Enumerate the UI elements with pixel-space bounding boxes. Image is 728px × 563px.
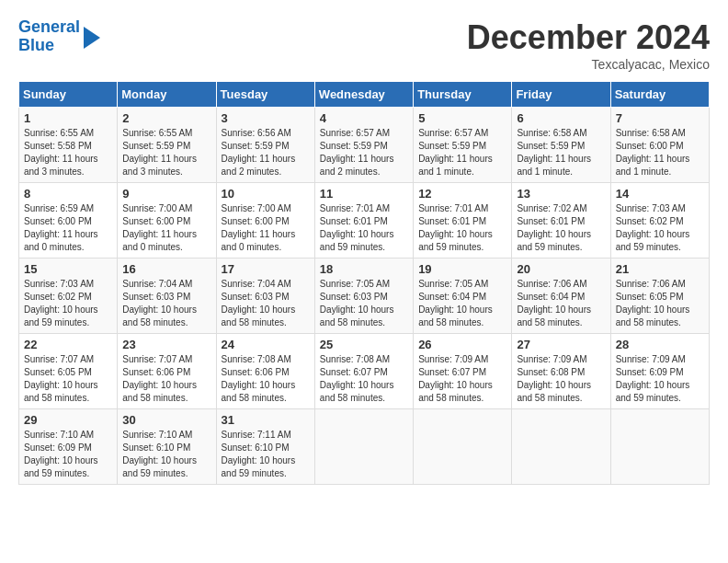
- week-row-4: 22 Sunrise: 7:07 AM Sunset: 6:05 PM Dayl…: [19, 334, 710, 409]
- cell-info: Sunrise: 7:01 AM Sunset: 6:01 PM Dayligh…: [320, 203, 394, 252]
- calendar-cell: 18 Sunrise: 7:05 AM Sunset: 6:03 PM Dayl…: [314, 259, 413, 334]
- day-number: 8: [24, 187, 112, 201]
- header-monday: Monday: [118, 82, 216, 108]
- title-block: December 2024 Texcalyacac, Mexico: [467, 18, 710, 72]
- cell-info: Sunrise: 7:01 AM Sunset: 6:01 PM Dayligh…: [418, 203, 493, 252]
- calendar-cell: 2 Sunrise: 6:55 AM Sunset: 5:59 PM Dayli…: [118, 108, 216, 183]
- calendar-cell: 5 Sunrise: 6:57 AM Sunset: 5:59 PM Dayli…: [414, 108, 512, 183]
- calendar-cell: 3 Sunrise: 6:56 AM Sunset: 5:59 PM Dayli…: [216, 108, 314, 183]
- day-number: 19: [418, 262, 506, 276]
- day-number: 26: [418, 338, 506, 351]
- cell-info: Sunrise: 7:05 AM Sunset: 6:03 PM Dayligh…: [320, 279, 394, 327]
- day-number: 11: [320, 187, 408, 201]
- calendar-cell: 13 Sunrise: 7:02 AM Sunset: 6:01 PM Dayl…: [512, 183, 610, 259]
- cell-info: Sunrise: 7:07 AM Sunset: 6:05 PM Dayligh…: [24, 354, 98, 403]
- logo-name: General Blue: [18, 18, 80, 55]
- calendar-table: Sunday Monday Tuesday Wednesday Thursday…: [18, 81, 710, 485]
- cell-info: Sunrise: 7:07 AM Sunset: 6:06 PM Dayligh…: [122, 354, 197, 403]
- calendar-cell: 8 Sunrise: 6:59 AM Sunset: 6:00 PM Dayli…: [19, 183, 118, 259]
- header-saturday: Saturday: [610, 82, 709, 108]
- day-number: 18: [320, 262, 408, 276]
- calendar-cell: [314, 409, 413, 485]
- page-header: General Blue December 2024 Texcalyacac, …: [18, 18, 710, 72]
- calendar-cell: 4 Sunrise: 6:57 AM Sunset: 5:59 PM Dayli…: [314, 108, 413, 183]
- day-number: 10: [222, 187, 310, 201]
- cell-info: Sunrise: 7:09 AM Sunset: 6:08 PM Dayligh…: [517, 354, 591, 403]
- calendar-cell: 22 Sunrise: 7:07 AM Sunset: 6:05 PM Dayl…: [19, 334, 118, 409]
- week-row-5: 29 Sunrise: 7:10 AM Sunset: 6:09 PM Dayl…: [19, 409, 710, 485]
- calendar-cell: 10 Sunrise: 7:00 AM Sunset: 6:00 PM Dayl…: [216, 183, 314, 259]
- cell-info: Sunrise: 6:55 AM Sunset: 5:59 PM Dayligh…: [122, 128, 197, 177]
- day-number: 7: [616, 111, 704, 125]
- calendar-cell: [414, 409, 512, 485]
- logo-arrow-icon: [84, 27, 100, 49]
- day-number: 14: [616, 187, 704, 201]
- day-number: 6: [517, 111, 605, 125]
- cell-info: Sunrise: 7:10 AM Sunset: 6:10 PM Dayligh…: [122, 430, 197, 478]
- calendar-cell: 25 Sunrise: 7:08 AM Sunset: 6:07 PM Dayl…: [314, 334, 413, 409]
- day-number: 3: [222, 111, 310, 125]
- location: Texcalyacac, Mexico: [467, 57, 710, 72]
- week-row-3: 15 Sunrise: 7:03 AM Sunset: 6:02 PM Dayl…: [19, 259, 710, 334]
- day-number: 31: [222, 413, 310, 427]
- cell-info: Sunrise: 7:06 AM Sunset: 6:05 PM Dayligh…: [616, 279, 690, 327]
- day-number: 13: [517, 187, 605, 201]
- cell-info: Sunrise: 7:03 AM Sunset: 6:02 PM Dayligh…: [616, 203, 690, 252]
- logo: General Blue: [18, 18, 100, 55]
- calendar-cell: 29 Sunrise: 7:10 AM Sunset: 6:09 PM Dayl…: [19, 409, 118, 485]
- cell-info: Sunrise: 7:09 AM Sunset: 6:07 PM Dayligh…: [418, 354, 493, 403]
- cell-info: Sunrise: 6:57 AM Sunset: 5:59 PM Dayligh…: [320, 128, 394, 177]
- day-number: 2: [122, 111, 210, 125]
- cell-info: Sunrise: 7:08 AM Sunset: 6:06 PM Dayligh…: [222, 354, 296, 403]
- header-thursday: Thursday: [414, 82, 512, 108]
- cell-info: Sunrise: 7:02 AM Sunset: 6:01 PM Dayligh…: [517, 203, 591, 252]
- header-wednesday: Wednesday: [314, 82, 413, 108]
- calendar-cell: 6 Sunrise: 6:58 AM Sunset: 5:59 PM Dayli…: [512, 108, 610, 183]
- day-number: 1: [24, 111, 112, 125]
- cell-info: Sunrise: 6:57 AM Sunset: 5:59 PM Dayligh…: [418, 128, 493, 177]
- calendar-cell: 21 Sunrise: 7:06 AM Sunset: 6:05 PM Dayl…: [610, 259, 709, 334]
- cell-info: Sunrise: 7:00 AM Sunset: 6:00 PM Dayligh…: [222, 203, 296, 252]
- day-number: 30: [122, 413, 210, 427]
- header-friday: Friday: [512, 82, 610, 108]
- calendar-cell: 26 Sunrise: 7:09 AM Sunset: 6:07 PM Dayl…: [414, 334, 512, 409]
- day-number: 17: [222, 262, 310, 276]
- calendar-cell: [512, 409, 610, 485]
- cell-info: Sunrise: 7:11 AM Sunset: 6:10 PM Dayligh…: [222, 430, 296, 478]
- cell-info: Sunrise: 7:09 AM Sunset: 6:09 PM Dayligh…: [616, 354, 690, 403]
- day-number: 23: [122, 338, 210, 351]
- calendar-cell: 14 Sunrise: 7:03 AM Sunset: 6:02 PM Dayl…: [610, 183, 709, 259]
- calendar-cell: 7 Sunrise: 6:58 AM Sunset: 6:00 PM Dayli…: [610, 108, 709, 183]
- cell-info: Sunrise: 7:00 AM Sunset: 6:00 PM Dayligh…: [122, 203, 197, 252]
- day-number: 20: [517, 262, 605, 276]
- calendar-cell: 16 Sunrise: 7:04 AM Sunset: 6:03 PM Dayl…: [118, 259, 216, 334]
- days-header-row: Sunday Monday Tuesday Wednesday Thursday…: [19, 82, 710, 108]
- month-title: December 2024: [467, 18, 710, 57]
- cell-info: Sunrise: 6:58 AM Sunset: 6:00 PM Dayligh…: [616, 128, 690, 177]
- day-number: 22: [24, 338, 112, 351]
- calendar-cell: 23 Sunrise: 7:07 AM Sunset: 6:06 PM Dayl…: [118, 334, 216, 409]
- cell-info: Sunrise: 6:59 AM Sunset: 6:00 PM Dayligh…: [24, 203, 98, 252]
- day-number: 24: [222, 338, 310, 351]
- cell-info: Sunrise: 6:55 AM Sunset: 5:58 PM Dayligh…: [24, 128, 98, 177]
- day-number: 9: [122, 187, 210, 201]
- calendar-cell: 17 Sunrise: 7:04 AM Sunset: 6:03 PM Dayl…: [216, 259, 314, 334]
- logo-line1: General: [18, 17, 80, 36]
- day-number: 5: [418, 111, 506, 125]
- cell-info: Sunrise: 7:06 AM Sunset: 6:04 PM Dayligh…: [517, 279, 591, 327]
- cell-info: Sunrise: 7:10 AM Sunset: 6:09 PM Dayligh…: [24, 430, 98, 478]
- calendar-cell: 31 Sunrise: 7:11 AM Sunset: 6:10 PM Dayl…: [216, 409, 314, 485]
- calendar-cell: 19 Sunrise: 7:05 AM Sunset: 6:04 PM Dayl…: [414, 259, 512, 334]
- cell-info: Sunrise: 7:04 AM Sunset: 6:03 PM Dayligh…: [222, 279, 296, 327]
- day-number: 25: [320, 338, 408, 351]
- day-number: 27: [517, 338, 605, 351]
- day-number: 16: [122, 262, 210, 276]
- calendar-cell: 1 Sunrise: 6:55 AM Sunset: 5:58 PM Dayli…: [19, 108, 118, 183]
- header-sunday: Sunday: [19, 82, 118, 108]
- logo-text-block: General Blue: [18, 18, 80, 55]
- day-number: 29: [24, 413, 112, 427]
- calendar-cell: [610, 409, 709, 485]
- calendar-cell: 15 Sunrise: 7:03 AM Sunset: 6:02 PM Dayl…: [19, 259, 118, 334]
- day-number: 4: [320, 111, 408, 125]
- calendar-cell: 12 Sunrise: 7:01 AM Sunset: 6:01 PM Dayl…: [414, 183, 512, 259]
